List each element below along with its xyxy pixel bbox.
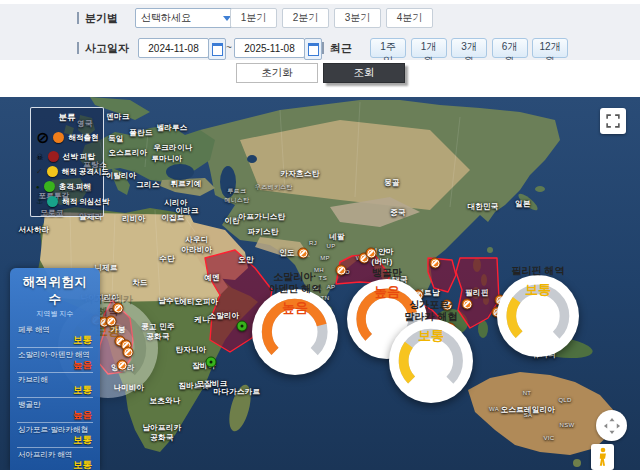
incident-marker[interactable] — [462, 299, 473, 310]
badge-region-label: 소말리아· 아덴만 해역 — [269, 271, 322, 295]
fullscreen-icon — [605, 113, 621, 129]
badge-level: 높음 — [282, 299, 308, 317]
incident-marker[interactable] — [237, 321, 248, 332]
risk-row-level: 높음 — [18, 360, 92, 370]
risk-row-level: 높음 — [18, 410, 92, 420]
risk-row-level: 보통 — [18, 435, 92, 445]
date-to-input[interactable]: 2025-11-08 — [234, 38, 305, 58]
action-row: 초기화 조회 — [0, 60, 640, 96]
risk-row: 뱅골만 높음 — [17, 398, 93, 423]
badge-region-label: 필리핀 해역 — [512, 265, 565, 277]
panel-subtitle: 지역별 지수 — [17, 309, 93, 319]
legend-item: 해적출현 — [36, 128, 98, 147]
legend-marker-icon — [47, 196, 58, 207]
legend-item-label: 해적출현 — [68, 133, 98, 143]
incident-marker[interactable] — [336, 265, 347, 276]
badge-level: 보통 — [525, 281, 551, 299]
legend-item-label: 해적 공격시도 — [62, 167, 109, 177]
incident-marker[interactable] — [366, 248, 377, 259]
date-range-separator: ~ — [226, 42, 232, 53]
pegman-icon — [596, 447, 610, 467]
incident-marker[interactable] — [206, 357, 217, 368]
street-view-pegman[interactable] — [591, 444, 614, 470]
recent-label: 최근 — [322, 42, 352, 54]
risk-badge[interactable]: 필리핀 해역 보통 — [497, 275, 579, 357]
badge-region-label: 뱅골만 — [372, 267, 402, 279]
piracy-dashboard: 분기별 선택하세요 1분기2분기3분기4분기 사고일자 2024-11-08 ~… — [0, 0, 640, 470]
recent-period-button[interactable]: 1주일 — [370, 38, 406, 58]
risk-row: 서아프리카 해역 보통 — [17, 448, 93, 470]
quarter-button[interactable]: 1분기 — [230, 8, 277, 28]
legend-marker-icon — [44, 181, 55, 192]
legend-item-label: 선박 피랍 — [63, 152, 95, 162]
recent-period-button[interactable]: 1개월 — [411, 38, 447, 58]
recent-period-button[interactable]: 3개월 — [451, 38, 487, 58]
legend-item: 선박 피랍 — [36, 151, 98, 162]
date-from-input[interactable]: 2024-11-08 — [138, 38, 209, 58]
badge-level: 보통 — [418, 327, 444, 345]
incident-marker[interactable] — [113, 303, 124, 314]
map-canvas[interactable]: 덴마크영국벨라루스폴란드독일우크라이나오스트리아루마니아프랑스이탈리아그리스튀르… — [0, 97, 640, 470]
quarter-button[interactable]: 3분기 — [334, 8, 381, 28]
risk-row-level: 보통 — [18, 335, 92, 345]
legend-item-label: 총격 피해 — [59, 182, 91, 192]
risk-badge[interactable]: 소말리아· 아덴만 해역 높음 — [252, 289, 338, 375]
legend-marker-icon — [48, 151, 59, 162]
legend-marker-icon — [53, 132, 64, 143]
panel-title: 해적위험지수 — [17, 274, 93, 308]
calendar-icon-from[interactable] — [208, 38, 226, 60]
quarter-select[interactable]: 선택하세요 — [135, 8, 237, 28]
incident-date-label: 사고일자 — [77, 42, 129, 54]
legend-marker-icon — [47, 166, 58, 177]
reset-button[interactable]: 초기화 — [236, 63, 318, 83]
incident-marker[interactable] — [106, 316, 117, 327]
risk-rows: 페루 해역 보통 소말리아·아덴만 해역 높음 카브리해 보통 뱅골만 — [17, 323, 93, 470]
badge-region-label: 싱가포르· 말라카 해협 — [405, 299, 458, 323]
legend-item: 해적 공격시도 — [36, 166, 98, 177]
risk-badge[interactable]: 싱가포르· 말라카 해협 보통 — [389, 319, 473, 403]
quarter-button[interactable]: 4분기 — [386, 8, 433, 28]
quarter-select-value: 선택하세요 — [141, 11, 191, 25]
piracy-risk-index-panel: 해적위험지수 지역별 지수 페루 해역 보통 소말리아·아덴만 해역 높음 — [10, 268, 100, 470]
risk-row-level: 보통 — [18, 460, 92, 470]
incident-marker[interactable] — [123, 347, 134, 358]
map-legend: 분류 해적출현 선박 피랍 해적 공격시도 — [30, 107, 104, 217]
risk-row: 페루 해역 보통 — [17, 323, 93, 348]
legend-item: 총격 피해 — [36, 181, 98, 192]
risk-row: 카브리해 보통 — [17, 373, 93, 398]
legend-item-label: 해적 의심선박 — [62, 197, 109, 207]
legend-item: 해적 의심선박 — [36, 196, 98, 207]
incident-marker[interactable] — [117, 360, 128, 371]
risk-row-level: 보통 — [18, 385, 92, 395]
pan-control[interactable] — [596, 410, 627, 441]
calendar-icon-to[interactable] — [304, 38, 322, 60]
legend-items: 해적출현 선박 피랍 해적 공격시도 총격 피해 — [36, 128, 98, 207]
risk-row: 소말리아·아덴만 해역 높음 — [17, 348, 93, 373]
quarter-button[interactable]: 2분기 — [282, 8, 329, 28]
quarter-label: 분기별 — [77, 12, 118, 24]
calendar-icon — [308, 43, 319, 56]
calendar-icon — [212, 43, 223, 56]
incident-marker[interactable] — [298, 248, 309, 259]
risk-row: 싱가포르·말라카해협 보통 — [17, 423, 93, 448]
pan-arrows-icon — [601, 415, 623, 437]
search-button[interactable]: 조회 — [323, 63, 405, 83]
recent-period-button[interactable]: 6개월 — [492, 38, 528, 58]
badge-level: 높음 — [374, 283, 400, 301]
incident-marker[interactable] — [430, 258, 441, 269]
filter-bar: 분기별 선택하세요 1분기2분기3분기4분기 사고일자 2024-11-08 ~… — [0, 4, 640, 60]
legend-title: 분류 — [36, 112, 98, 124]
recent-period-button[interactable]: 12개월 — [532, 38, 568, 58]
fullscreen-button[interactable] — [600, 108, 626, 134]
